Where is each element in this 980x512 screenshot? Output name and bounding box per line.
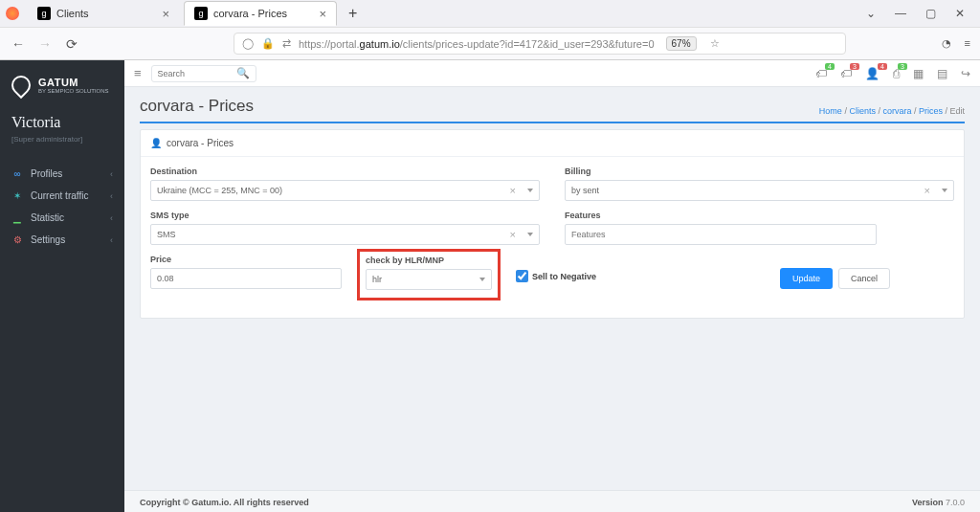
brand-subtitle: BY SEMPICO SOLUTIONS	[38, 88, 109, 94]
crumb-prices[interactable]: Prices	[919, 106, 943, 116]
field-check-hlr: check by HLR/MNP hlr	[366, 256, 492, 290]
sidebar-item-label: Statistic	[31, 212, 64, 223]
search-input[interactable]	[158, 69, 225, 78]
chevron-left-icon: ‹	[110, 169, 113, 179]
divider	[140, 122, 965, 123]
close-tab-icon[interactable]: ×	[319, 7, 326, 21]
close-tab-icon[interactable]: ×	[162, 7, 169, 21]
footer: Copyright © Gatum.io. All rights reserve…	[124, 490, 980, 512]
notif-icon-4[interactable]: ⎙3	[893, 67, 900, 80]
footer-copyright: Copyright © Gatum.io. All rights reserve…	[140, 498, 309, 507]
billing-label: Billing	[565, 167, 954, 176]
chevron-left-icon: ‹	[110, 191, 113, 201]
current-user-role: [Super administrator]	[0, 135, 124, 157]
sidebar-item-settings[interactable]: ⚙Settings‹	[0, 229, 124, 251]
minimize-icon[interactable]: —	[895, 7, 906, 20]
version-number: 7.0.0	[946, 498, 965, 507]
address-bar[interactable]: ◯ 🔒 ⇄ https://portal.gatum.io/clients/pr…	[234, 33, 846, 55]
zoom-badge[interactable]: 67%	[666, 36, 697, 51]
sell-negative-label: Sell to Negative	[532, 272, 596, 281]
favicon: g	[194, 7, 208, 20]
back-icon[interactable]: ←	[10, 36, 27, 52]
sidebar-item-statistic[interactable]: ▁Statistic‹	[0, 207, 124, 229]
search-icon[interactable]: 🔍	[236, 67, 250, 79]
browser-tab-corvara[interactable]: g corvara - Prices ×	[184, 1, 337, 26]
field-features: Features	[565, 211, 954, 245]
notif-icon-3[interactable]: 👤4	[865, 67, 880, 80]
logout-icon[interactable]: ↪	[961, 67, 970, 80]
sidebar-item-profiles[interactable]: ∞Profiles‹	[0, 163, 124, 185]
tab-title: corvara - Prices	[213, 8, 287, 19]
notif-icon-1[interactable]: 🏷4	[815, 67, 827, 80]
sidebar-item-current-traffic[interactable]: ✶Current traffic‹	[0, 185, 124, 207]
highlight-check-hlr: check by HLR/MNP hlr	[357, 249, 501, 301]
features-input-shell[interactable]	[565, 224, 877, 245]
crumb-home[interactable]: Home	[819, 106, 842, 116]
field-price: Price	[150, 255, 342, 289]
sidebar: GATUM BY SEMPICO SOLUTIONS Victoria [Sup…	[0, 60, 124, 512]
billing-select[interactable]: by sent ×	[565, 180, 954, 201]
destination-select[interactable]: Ukraine (MCC = 255, MNC = 00) ×	[150, 180, 540, 201]
flag-icon[interactable]: ▤	[937, 67, 947, 80]
price-input-shell[interactable]	[150, 268, 342, 289]
version-label: Version	[912, 498, 946, 507]
crumb-clients[interactable]: Clients	[849, 106, 876, 116]
brand-logo: GATUM BY SEMPICO SOLUTIONS	[0, 70, 124, 108]
update-button[interactable]: Update	[780, 268, 833, 289]
browser-chrome: g Clients × g corvara - Prices × + ⌄ — ▢…	[0, 0, 980, 60]
sell-negative-checkbox[interactable]	[516, 270, 528, 282]
badge: 3	[850, 63, 859, 70]
reload-icon[interactable]: ⟳	[63, 36, 80, 52]
chevron-left-icon: ‹	[110, 235, 113, 245]
field-sell-negative[interactable]: Sell to Negative	[516, 270, 631, 282]
page-title: corvara - Prices	[140, 97, 254, 116]
check-hlr-select[interactable]: hlr	[366, 269, 492, 290]
panel-title: corvara - Prices	[167, 138, 234, 148]
clear-icon[interactable]: ×	[924, 185, 930, 196]
shield-icon[interactable]: ◯	[242, 37, 254, 50]
toggle-icon[interactable]: ⇄	[282, 37, 291, 50]
bookmark-star-icon[interactable]: ☆	[710, 37, 720, 50]
chart-icon: ▁	[11, 212, 23, 223]
crumb-corvara[interactable]: corvara	[882, 106, 911, 116]
field-destination: Destination Ukraine (MCC = 255, MNC = 00…	[150, 167, 540, 201]
smstype-select[interactable]: SMS ×	[150, 224, 540, 245]
browser-tab-clients[interactable]: g Clients ×	[27, 1, 180, 26]
sidebar-item-label: Profiles	[31, 168, 62, 179]
search-field[interactable]: 🔍	[151, 65, 256, 82]
badge: 4	[878, 63, 887, 70]
favicon: g	[37, 7, 51, 20]
notif-icon-2[interactable]: 🏷3	[840, 67, 852, 80]
lock-icon[interactable]: 🔒	[261, 37, 275, 50]
badge: 4	[825, 63, 835, 70]
new-tab-button[interactable]: +	[341, 5, 365, 22]
field-smstype: SMS type SMS ×	[150, 211, 540, 245]
pocket-icon[interactable]: ◔	[942, 37, 951, 50]
close-window-icon[interactable]: ✕	[955, 7, 965, 20]
brand-name: GATUM	[38, 77, 78, 88]
sidebar-item-label: Current traffic	[31, 190, 88, 201]
maximize-icon[interactable]: ▢	[925, 7, 936, 20]
menu-toggle-icon[interactable]: ≡	[134, 66, 142, 80]
smstype-value: SMS	[157, 230, 510, 239]
breadcrumb: Home / Clients / corvara / Prices / Edit	[819, 106, 965, 116]
features-label: Features	[565, 211, 954, 220]
current-user: Victoria	[0, 108, 124, 135]
crumb-current: Edit	[949, 106, 965, 116]
cancel-button[interactable]: Cancel	[838, 268, 890, 289]
link-icon: ∞	[11, 168, 23, 179]
destination-value: Ukraine (MCC = 255, MNC = 00)	[157, 186, 510, 195]
grid-icon[interactable]: ▦	[913, 67, 924, 80]
features-input[interactable]	[571, 230, 870, 239]
price-input[interactable]	[157, 274, 335, 283]
edit-panel: 👤 corvara - Prices Destination Ukraine (…	[140, 129, 965, 319]
topbar: ≡ 🔍 🏷4 🏷3 👤4 ⎙3 ▦ ▤ ↪	[124, 60, 980, 87]
user-icon: 👤	[150, 138, 162, 148]
app-menu-icon[interactable]: ≡	[965, 37, 970, 50]
chevron-down-icon[interactable]: ⌄	[866, 7, 876, 20]
url-text: https://portal.gatum.io/clients/prices-u…	[299, 38, 655, 50]
clear-icon[interactable]: ×	[510, 185, 516, 196]
check-hlr-value: hlr	[372, 275, 474, 284]
forward-icon: →	[36, 36, 54, 52]
clear-icon[interactable]: ×	[510, 229, 516, 240]
